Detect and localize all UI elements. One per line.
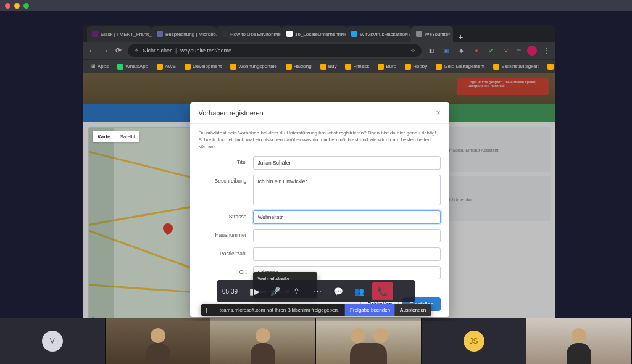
people-button[interactable]: 👥 xyxy=(349,282,370,300)
input-strasse[interactable] xyxy=(253,210,441,224)
bookmark-apps[interactable]: ⊞Apps xyxy=(88,62,112,70)
phone-icon: 📞 xyxy=(378,287,388,296)
share-screen-icon: ⇪ xyxy=(293,287,300,296)
more-icon: ⋯ xyxy=(314,287,322,296)
label-beschreibung: Beschreibung xyxy=(199,175,247,184)
nav-reload-icon[interactable]: ⟳ xyxy=(115,46,122,55)
avatar: JS xyxy=(464,331,484,352)
ext-icon[interactable]: ◧ xyxy=(428,46,436,55)
close-icon[interactable]: × xyxy=(211,31,214,37)
ext-icon[interactable]: ◆ xyxy=(457,46,466,55)
bookmarks-bar: ⊞Apps WhatsApp AWS Development Wohnungsp… xyxy=(83,59,555,73)
browser-tabstrip: Slack | ! MENT_Frank_Spre...× Besprechun… xyxy=(83,25,555,42)
close-icon[interactable]: × xyxy=(276,31,279,37)
nav-back-icon[interactable]: ← xyxy=(88,46,96,55)
people-icon: 👥 xyxy=(354,287,364,296)
close-icon[interactable]: × xyxy=(146,31,149,37)
bookmark-folder[interactable]: Wohnungsportale xyxy=(227,62,280,71)
label-titel: Titel xyxy=(199,156,247,165)
ext-icon[interactable]: ▣ xyxy=(443,46,451,55)
chat-button[interactable]: 💬 xyxy=(328,282,349,300)
bookmark-other[interactable]: Andere Lesezeichen xyxy=(544,62,555,71)
hide-notice-button[interactable]: Ausblenden xyxy=(395,304,431,316)
url-text: weyounite.test/home xyxy=(180,48,231,54)
participant-tile[interactable] xyxy=(106,318,211,364)
bookmark-folder[interactable]: AWS xyxy=(154,62,179,71)
bookmark-folder[interactable]: Selbstständigkeit xyxy=(490,62,541,71)
shared-screen: Slack | ! MENT_Frank_Spre...× Besprechun… xyxy=(83,25,555,321)
mac-minimize[interactable] xyxy=(14,3,20,9)
label-strasse: Strasse xyxy=(199,210,247,220)
profile-avatar[interactable] xyxy=(527,46,537,56)
tab-doc[interactable]: 16_LokaleUnternehmen_Wi...× xyxy=(281,26,346,42)
security-warning-icon: ⚠ xyxy=(134,48,139,54)
ext-menu-icon[interactable]: ≡ xyxy=(517,46,521,55)
participant-tile[interactable]: JS xyxy=(422,318,527,364)
tab-slack[interactable]: Slack | ! MENT_Frank_Spre...× xyxy=(87,26,152,42)
participant-tile[interactable] xyxy=(210,318,316,364)
bookmark-folder[interactable]: Geld Management xyxy=(433,62,488,71)
mac-maximize[interactable] xyxy=(23,3,29,9)
bookmark-folder[interactable]: Fitness xyxy=(342,62,372,71)
close-icon[interactable]: × xyxy=(341,31,344,37)
close-icon[interactable]: × xyxy=(405,31,409,37)
modal-description: Du möchtest dein Vorhaben bei dem du Unt… xyxy=(199,130,441,150)
modal-title: Vorhaben registrieren xyxy=(199,109,264,117)
security-label: Nicht sicher xyxy=(143,48,172,54)
camera-button[interactable]: ▮▶ xyxy=(244,282,265,300)
apps-icon: ⊞ xyxy=(91,64,96,69)
label-postleitzahl: Postleitzahl xyxy=(199,247,247,257)
share-message: teams.microsoft.com hat Ihren Bildschirm… xyxy=(214,304,345,316)
share-button[interactable]: ⇪ xyxy=(286,282,307,300)
mic-button[interactable]: 🎤̸ xyxy=(265,282,286,300)
close-icon[interactable]: × xyxy=(447,31,451,37)
label-ort: Ort xyxy=(199,266,247,275)
input-titel[interactable] xyxy=(253,156,441,170)
browser-toolbar: ← → ⟳ ⚠ Nicht sicher | weyounite.test/ho… xyxy=(83,42,555,59)
tab-teams[interactable]: Besprechung | Microso...× xyxy=(152,26,217,42)
map-tab-karte[interactable]: Karte xyxy=(93,131,115,142)
modal-close-button[interactable]: × xyxy=(436,109,440,117)
tab-twitter[interactable]: WirVsVirusHackathon (@Wi...× xyxy=(346,26,411,42)
screenshare-notice: ‖ teams.microsoft.com hat Ihren Bildschi… xyxy=(201,304,431,316)
label-hausnummer: Hausnummer xyxy=(199,229,247,238)
mac-close[interactable] xyxy=(5,3,10,9)
chat-icon: 💬 xyxy=(333,287,343,296)
avatar: V xyxy=(42,331,63,352)
bookmark-folder[interactable]: Büro xyxy=(375,62,399,71)
input-postleitzahl[interactable] xyxy=(253,247,441,261)
more-button[interactable]: ⋯ xyxy=(307,282,328,300)
meeting-timer: 05:39 xyxy=(222,288,238,295)
participant-tile[interactable] xyxy=(316,318,422,364)
ext-icon[interactable]: ● xyxy=(472,46,481,55)
meeting-controls: 05:39 ▮▶ 🎤̸ ⇪ ⋯ 💬 👥 📞 xyxy=(217,280,415,302)
participant-video-strip: V JS xyxy=(0,318,632,364)
bookmark-item[interactable]: WhatsApp xyxy=(114,62,151,71)
camera-icon: ▮▶ xyxy=(249,287,260,296)
input-hausnummer[interactable] xyxy=(253,229,441,242)
browser-menu-icon[interactable]: ⋮ xyxy=(543,46,551,55)
bookmark-folder[interactable]: Development xyxy=(181,62,225,71)
map-tab-satellit[interactable]: Satellit xyxy=(115,131,139,142)
new-tab-button[interactable]: + xyxy=(453,32,468,42)
bookmark-folder[interactable]: Hacking xyxy=(283,62,315,71)
participant-tile[interactable]: V xyxy=(0,318,106,364)
participant-tile[interactable] xyxy=(526,318,632,364)
address-bar[interactable]: ⚠ Nicht sicher | weyounite.test/home ☆ xyxy=(128,44,422,57)
mic-muted-icon: 🎤̸ xyxy=(270,287,280,296)
ext-icon[interactable]: ✔ xyxy=(487,46,496,55)
ext-vue-icon[interactable]: V xyxy=(502,46,510,55)
nav-forward-icon[interactable]: → xyxy=(102,46,109,55)
tab-env[interactable]: How to Use Environment V...× xyxy=(217,26,281,42)
tab-weyounite[interactable]: WeYounite× xyxy=(411,26,453,42)
input-beschreibung[interactable] xyxy=(253,175,441,205)
stop-sharing-button[interactable]: Freigabe beenden xyxy=(345,304,395,316)
bookmark-folder[interactable]: Buy xyxy=(317,62,340,71)
star-icon[interactable]: ☆ xyxy=(410,48,415,54)
hangup-button[interactable]: 📞 xyxy=(372,282,393,300)
bookmark-folder[interactable]: Hobby xyxy=(402,62,430,71)
